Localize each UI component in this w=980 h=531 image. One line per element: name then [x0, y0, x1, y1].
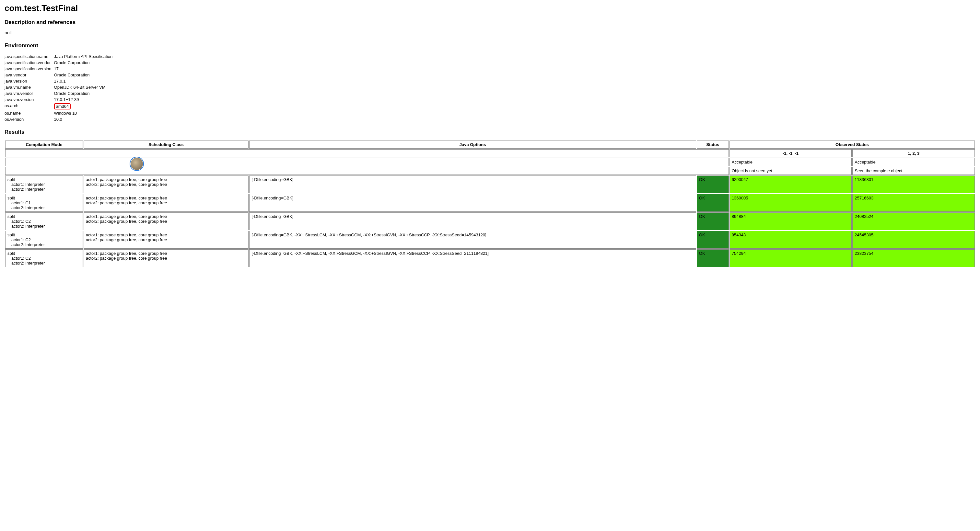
th-jopt: Java Options [249, 141, 696, 149]
cell-jopt: [-Dfile.encoding=GBK, -XX:+StressLCM, -X… [249, 249, 696, 267]
env-value: amd64 [54, 103, 115, 110]
sched-a2: actor2: package group free, core group f… [86, 219, 167, 224]
env-key: java.vm.version [5, 97, 54, 103]
cell-obs-0: 1360005 [730, 194, 852, 212]
env-value: Oracle Corporation [54, 72, 115, 78]
cell-sched: actor1: package group free, core group f… [84, 212, 248, 230]
compile-a1: actor1: C2 [8, 256, 81, 261]
env-row: os.version10.0 [5, 116, 115, 122]
cell-status: OK [697, 249, 729, 267]
table-row: splitactor1: C1actor2: Interpreteractor1… [5, 194, 975, 212]
cell-status: OK [697, 231, 729, 249]
env-value: 17.0.1+12-39 [54, 97, 115, 103]
cell-sched: actor1: package group free, core group f… [84, 249, 248, 267]
env-row: java.vm.vendorOracle Corporation [5, 90, 115, 97]
compile-top: split [8, 177, 15, 182]
cell-obs-0: 6290047 [730, 176, 852, 193]
cell-obs-0: 894884 [730, 212, 852, 230]
sched-a2: actor2: package group free, core group f… [86, 256, 167, 261]
sched-a2: actor2: package group free, core group f… [86, 182, 167, 187]
env-key: os.arch [5, 103, 54, 110]
cell-jopt: [-Dfile.encoding=GBK, -XX:+StressLCM, -X… [249, 231, 696, 249]
sched-a1: actor1: package group free, core group f… [86, 214, 167, 219]
sched-a2: actor2: package group free, core group f… [86, 200, 167, 205]
page-title: com.test.TestFinal [5, 3, 975, 13]
sched-a2: actor2: package group free, core group f… [86, 237, 167, 242]
env-row: java.specification.version17 [5, 66, 115, 72]
cell-compile: splitactor1: C2actor2: Interpreter [5, 231, 83, 249]
cell-compile: splitactor1: Interpreteractor2: Interpre… [5, 176, 83, 193]
cell-obs-1: 25716603 [852, 194, 975, 212]
table-row: splitactor1: C2actor2: Interpreteractor1… [5, 249, 975, 267]
table-row: splitactor1: C2actor2: Interpreteractor1… [5, 231, 975, 249]
compile-a1: actor1: C2 [8, 237, 81, 242]
env-value: OpenJDK 64-Bit Server VM [54, 84, 115, 90]
sched-a1: actor1: package group free, core group f… [86, 233, 167, 237]
env-value: Oracle Corporation [54, 90, 115, 97]
results-heading: Results [5, 129, 975, 135]
cell-status: OK [697, 176, 729, 193]
env-key: os.version [5, 116, 54, 122]
results-table: Compilation Mode Scheduling Class Java O… [5, 140, 975, 268]
obs-acc-0: Acceptable [730, 158, 852, 166]
env-key: java.version [5, 78, 54, 84]
cell-obs-1: 24545305 [852, 231, 975, 249]
env-key: os.name [5, 110, 54, 116]
cell-jopt: [-Dfile.encoding=GBK] [249, 176, 696, 193]
table-row: splitactor1: C2actor2: Interpreteractor1… [5, 212, 975, 230]
sched-a1: actor1: package group free, core group f… [86, 177, 167, 182]
cell-sched: actor1: package group free, core group f… [84, 194, 248, 212]
env-row: java.version17.0.1 [5, 78, 115, 84]
env-value: 17 [54, 66, 115, 72]
env-row: java.vm.version17.0.1+12-39 [5, 97, 115, 103]
sched-a1: actor1: package group free, core group f… [86, 251, 167, 256]
cell-obs-0: 954343 [730, 231, 852, 249]
env-heading: Environment [5, 43, 975, 49]
th-compile: Compilation Mode [5, 141, 83, 149]
env-value: Java Platform API Specification [54, 54, 115, 60]
obs-desc-0: Object is not seen yet. [730, 167, 852, 175]
compile-a1: actor1: C1 [8, 200, 81, 205]
compile-a2: actor2: Interpreter [8, 242, 81, 247]
compile-a2: actor2: Interpreter [8, 205, 81, 210]
cell-obs-1: 24082524 [852, 212, 975, 230]
obs-desc-1: Seen the complete object. [852, 167, 975, 175]
compile-top: split [8, 196, 15, 200]
cell-compile: splitactor1: C2actor2: Interpreter [5, 212, 83, 230]
th-obs-sub-0: -1, -1, -1 [730, 149, 852, 157]
env-value: 10.0 [54, 116, 115, 122]
sched-a1: actor1: package group free, core group f… [86, 196, 167, 200]
highlight-annotation: amd64 [54, 103, 71, 109]
compile-a2: actor2: Interpreter [8, 261, 81, 265]
env-row: os.nameWindows 10 [5, 110, 115, 116]
cell-sched: actor1: package group free, core group f… [84, 176, 248, 193]
cell-compile: splitactor1: C1actor2: Interpreter [5, 194, 83, 212]
env-value: 17.0.1 [54, 78, 115, 84]
compile-top: split [8, 214, 15, 219]
env-key: java.specification.vendor [5, 60, 54, 66]
cell-obs-1: 23823754 [852, 249, 975, 267]
cell-status: OK [697, 212, 729, 230]
th-sched: Scheduling Class [84, 141, 248, 149]
env-row: java.specification.nameJava Platform API… [5, 54, 115, 60]
env-value: Windows 10 [54, 110, 115, 116]
compile-a1: actor1: C2 [8, 219, 81, 224]
th-spacer3 [5, 167, 729, 175]
env-row: java.vm.nameOpenJDK 64-Bit Server VM [5, 84, 115, 90]
desc-heading: Description and references [5, 19, 975, 25]
cell-compile: splitactor1: C2actor2: Interpreter [5, 249, 83, 267]
environment-table: java.specification.nameJava Platform API… [5, 54, 115, 122]
desc-value: null [5, 30, 975, 35]
obs-acc-1: Acceptable [852, 158, 975, 166]
compile-a2: actor2: Interpreter [8, 224, 81, 228]
cell-jopt: [-Dfile.encoding=GBK] [249, 194, 696, 212]
env-row: java.vendorOracle Corporation [5, 72, 115, 78]
env-key: java.vm.name [5, 84, 54, 90]
th-status: Status [697, 141, 729, 149]
env-row: java.specification.vendorOracle Corporat… [5, 60, 115, 66]
cell-status: OK [697, 194, 729, 212]
cell-obs-0: 754294 [730, 249, 852, 267]
table-row: splitactor1: Interpreteractor2: Interpre… [5, 176, 975, 193]
env-key: java.vm.vendor [5, 90, 54, 97]
cell-jopt: [-Dfile.encoding=GBK] [249, 212, 696, 230]
